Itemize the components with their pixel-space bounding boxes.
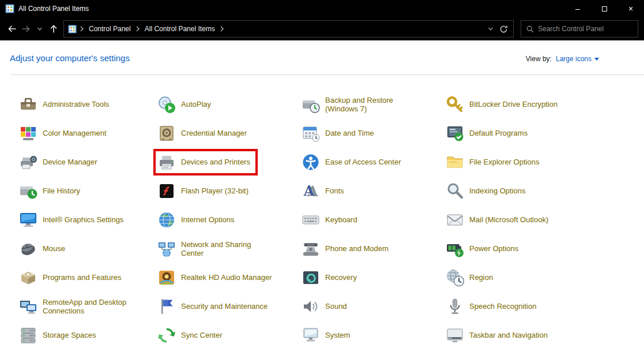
maximize-button[interactable] — [591, 0, 617, 17]
keyboard-icon — [302, 211, 320, 229]
control-panel-item[interactable]: Storage Spaces — [17, 324, 156, 346]
forward-button[interactable] — [20, 21, 32, 36]
control-panel-item[interactable]: Phone and Modem — [300, 238, 444, 260]
breadcrumb-chevron-icon[interactable] — [220, 26, 224, 32]
control-panel-item[interactable]: Default Programs — [444, 122, 644, 144]
item-label: Recovery — [325, 273, 357, 282]
control-panel-item[interactable]: Sync Center — [156, 324, 300, 346]
page-title: Adjust your computer's settings — [10, 53, 130, 63]
breadcrumb-all-control-panel-items[interactable]: All Control Panel Items — [143, 24, 217, 34]
toolbox-icon — [19, 95, 37, 114]
folder-icon — [446, 153, 464, 171]
control-panel-item[interactable]: Security and Maintenance — [156, 296, 300, 317]
control-panel-item[interactable]: Credential Manager — [156, 122, 300, 144]
control-panel-item[interactable]: Color Management — [17, 122, 156, 144]
camera-printer-icon — [19, 153, 37, 171]
microphone-icon — [446, 297, 464, 316]
control-panel-item[interactable]: RemoteApp and Desktop Connections — [17, 296, 156, 317]
item-label: Flash Player (32-bit) — [181, 186, 248, 195]
mouse-icon — [19, 240, 37, 258]
content-area: Adjust your computer's settings View by:… — [0, 40, 644, 350]
magnifier-icon — [446, 182, 464, 200]
title-bar: All Control Panel Items – × — [0, 0, 644, 17]
recent-locations-button[interactable] — [33, 21, 46, 36]
control-panel-item[interactable]: Device Manager — [17, 151, 156, 173]
phone-icon — [302, 240, 320, 258]
address-bar[interactable]: Control Panel All Control Panel Items — [63, 20, 514, 38]
control-panel-item[interactable]: Sound — [300, 296, 444, 317]
control-panel-item[interactable]: Ease of Access Center — [300, 151, 444, 173]
recovery-arrow-icon — [302, 268, 320, 287]
power-meter-icon — [446, 240, 464, 258]
control-panel-item[interactable]: Network and Sharing Center — [156, 238, 300, 260]
control-panel-item[interactable]: Power Options — [444, 238, 644, 260]
item-label: Keyboard — [325, 215, 357, 224]
control-panel-item[interactable]: Keyboard — [300, 209, 444, 231]
chevron-down-icon — [37, 26, 43, 32]
search-input[interactable] — [538, 25, 632, 33]
minimize-icon: – — [575, 4, 580, 13]
up-button[interactable] — [47, 21, 60, 36]
control-panel-item[interactable]: Mouse — [17, 238, 156, 260]
close-button[interactable]: × — [617, 0, 644, 17]
control-panel-item[interactable]: Intel® Graphics Settings — [17, 209, 156, 231]
control-panel-item[interactable]: Region — [444, 267, 644, 289]
control-panel-item[interactable]: Realtek HD Audio Manager — [156, 267, 300, 289]
breadcrumb-chevron-icon[interactable] — [80, 26, 84, 32]
highlight-box[interactable]: Devices and Printers — [156, 151, 255, 173]
control-panel-item[interactable]: Programs and Features — [17, 267, 156, 289]
item-label: Speech Recognition — [469, 302, 536, 311]
view-by-selector[interactable]: Large icons — [556, 55, 599, 63]
minimize-button[interactable]: – — [564, 0, 591, 17]
control-panel-item[interactable]: Taskbar and Navigation — [444, 324, 644, 346]
control-panel-app-icon — [5, 4, 14, 13]
control-panel-item[interactable]: Recovery — [300, 267, 444, 289]
control-panel-item[interactable]: System — [300, 324, 444, 346]
globe-clock-icon — [446, 268, 464, 287]
drive-clock-icon — [302, 95, 320, 114]
search-box[interactable] — [521, 20, 638, 38]
control-panel-item[interactable]: Internet Options — [156, 209, 300, 231]
control-panel-item[interactable]: Mail (Microsoft Outlook) — [444, 209, 644, 231]
maximize-icon — [602, 6, 607, 12]
back-button[interactable] — [6, 21, 18, 36]
search-icon — [526, 25, 534, 33]
dual-monitor-icon — [19, 297, 37, 316]
header-divider — [10, 74, 644, 75]
network-icon — [157, 240, 176, 258]
speaker-icon — [302, 297, 320, 316]
taskbar-screen-icon — [446, 326, 464, 345]
item-label: Region — [469, 273, 493, 282]
control-panel-item[interactable]: File History — [17, 180, 156, 202]
item-label: Date and Time — [325, 129, 374, 137]
calendar-icon — [302, 124, 320, 143]
svg-text:A: A — [303, 182, 315, 199]
item-label: Default Programs — [469, 129, 528, 137]
control-panel-item[interactable]: Administrative Tools — [17, 94, 156, 115]
control-panel-item[interactable]: Flash Player (32-bit) — [156, 180, 300, 202]
printer-icon — [157, 153, 176, 171]
intel-screen-icon — [19, 211, 37, 229]
content-header: Adjust your computer's settings View by:… — [0, 53, 644, 63]
program-check-icon — [446, 124, 464, 143]
address-dropdown-chevron-icon[interactable] — [488, 26, 494, 32]
item-label: Phone and Modem — [325, 244, 389, 253]
control-panel-item[interactable]: AAFonts — [300, 180, 444, 202]
control-panel-item[interactable]: Indexing Options — [444, 180, 644, 202]
item-label: AutoPlay — [181, 100, 211, 109]
view-by-caret-icon — [594, 58, 599, 61]
item-label: Devices and Printers — [181, 158, 250, 166]
control-panel-item[interactable]: Devices and Printers — [156, 151, 300, 173]
refresh-icon[interactable] — [499, 25, 508, 33]
breadcrumb-control-panel[interactable]: Control Panel — [87, 24, 133, 34]
globe-icon — [157, 211, 176, 229]
control-panel-item[interactable]: BitLocker Drive Encryption — [444, 94, 644, 115]
control-panel-item[interactable]: Date and Time — [300, 122, 444, 144]
breadcrumb-chevron-icon[interactable] — [135, 26, 140, 32]
control-panel-item[interactable]: File Explorer Options — [444, 151, 644, 173]
item-label: Sound — [325, 302, 347, 311]
control-panel-item[interactable]: Backup and Restore (Windows 7) — [300, 94, 444, 115]
item-label: Backup and Restore (Windows 7) — [325, 96, 393, 114]
control-panel-item[interactable]: Speech Recognition — [444, 296, 644, 317]
control-panel-item[interactable]: AutoPlay — [156, 94, 300, 115]
